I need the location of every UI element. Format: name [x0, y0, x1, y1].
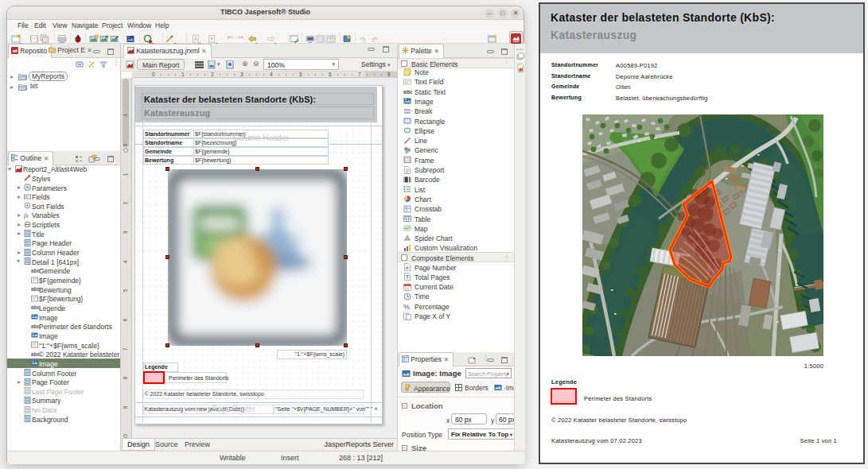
svg-text:%: % — [403, 303, 410, 311]
svg-text:T: T — [406, 274, 409, 280]
svg-text:fx: fx — [24, 212, 29, 219]
